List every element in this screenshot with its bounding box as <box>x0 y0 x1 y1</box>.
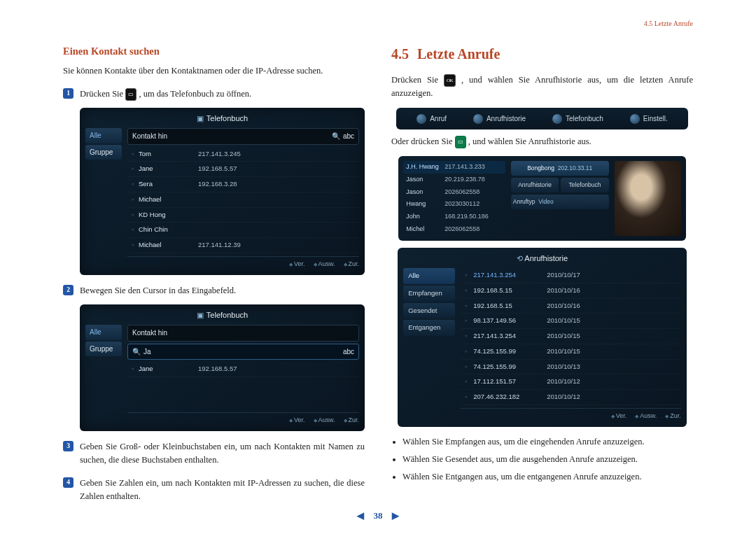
telefonbuch-screenshot-1: ▣Telefonbuch Alle Gruppe Kontakt hin 🔍ab… <box>80 108 365 275</box>
call-row[interactable]: Jason2026062558 <box>403 186 505 199</box>
right-heading: 4.5Letzte Anrufe <box>391 43 693 65</box>
hist-row[interactable]: ▫17.112.151.572010/10/12 <box>461 374 681 390</box>
prev-page-arrow-icon[interactable]: ◀ <box>357 510 364 521</box>
hist-tab-gesendet[interactable]: Gesendet <box>403 303 455 319</box>
hist-tab-alle[interactable]: Alle <box>403 268 455 284</box>
footer-ausw: Ausw. <box>314 260 335 269</box>
step-number-2: 2 <box>63 285 74 295</box>
step-number-1: 1 <box>63 88 74 99</box>
next-page-arrow-icon[interactable]: ▶ <box>392 510 399 521</box>
step-4-text: Geben Sie Zahlen ein, um nach Kontakten … <box>80 477 365 504</box>
panel-btn-hist[interactable]: Anrufhistorie <box>511 178 559 192</box>
panel-btn-tel[interactable]: Telefonbuch <box>561 178 609 192</box>
call-header-row[interactable]: J.H. Hwang217.141.3.233 <box>403 161 505 174</box>
s1-search-text: Kontakt hin <box>132 132 167 140</box>
s2-search-mode: abc <box>343 346 354 358</box>
hist-row[interactable]: ▫192.168.5.152010/10/16 <box>461 299 681 314</box>
hist-tab-entgangen[interactable]: Entgangen <box>403 320 455 336</box>
s1-search-mode: abc <box>343 132 354 140</box>
search-input-1[interactable]: Kontakt hin 🔍abc <box>127 128 359 145</box>
step-2: 2 Bewegen Sie den Cursor in das Eingabef… <box>63 284 365 297</box>
list-item[interactable]: ▫Tom217.141.3.245 <box>127 147 359 162</box>
step-1: 1 Drücken Sie ▭ , um das Telefonbuch zu … <box>63 87 365 101</box>
call-row[interactable]: Michel2026062558 <box>403 223 505 236</box>
search-input-2-label: Kontakt hin <box>127 325 359 342</box>
page-navigation: ◀ 38 ▶ <box>0 510 756 521</box>
anrufhistorie-screenshot: ⟲ Anrufhistorie Alle Empfangen Gesendet … <box>398 248 687 426</box>
list-item[interactable]: ▫Michael <box>127 192 359 208</box>
tab-gruppe[interactable]: Gruppe <box>85 145 122 160</box>
panel-anruftyp: Anruftyp Video <box>511 195 609 209</box>
step-number-4: 4 <box>63 477 74 488</box>
list-item[interactable]: ▫Jane192.168.5.57 <box>127 362 359 377</box>
step-2-text: Bewegen Sie den Cursor in das Eingabefel… <box>80 284 365 297</box>
s2-query: Ja <box>144 348 151 356</box>
menu-telefonbuch[interactable]: Telefonbuch <box>552 113 603 125</box>
bullet-item: Wählen Sie Gesendet aus, um die ausgehen… <box>402 453 693 466</box>
step-number-3: 3 <box>63 441 74 451</box>
right-column: 4.5Letzte Anrufe Drücken Sie OK , und wä… <box>391 43 693 503</box>
green-key-icon: ▭ <box>455 136 466 148</box>
list-item[interactable]: ▫KD Hong <box>127 208 359 223</box>
step-3-text: Geben Sie Groß- oder Kleinbuchstaben ein… <box>80 440 365 468</box>
header-breadcrumb: 4.5 Letzte Anrufe <box>644 20 693 27</box>
p2-a: Oder drücken Sie <box>391 136 455 146</box>
s2-title: Telefonbuch <box>206 311 248 319</box>
hist-row[interactable]: ▫74.125.155.992010/10/15 <box>461 344 681 360</box>
s1-title: Telefonbuch <box>206 114 248 122</box>
hist-row[interactable]: ▫74.125.155.992010/10/13 <box>461 360 681 375</box>
left-intro: Sie können Kontakte über den Kontaktname… <box>63 64 365 78</box>
step-3: 3 Geben Sie Groß- oder Kleinbuchstaben e… <box>63 440 365 468</box>
menu-anrufhistorie[interactable]: Anrufhistorie <box>473 113 526 125</box>
top-menubar-screenshot: Anruf Anrufhistorie Telefonbuch Einstell… <box>396 108 688 130</box>
heading-number: 4.5 <box>391 46 409 62</box>
step-1-text-b: , um das Telefonbuch zu öffnen. <box>139 89 251 99</box>
list-item[interactable]: ▫Jane192.168.5.57 <box>127 162 359 177</box>
call-row[interactable]: John168.219.50.186 <box>403 211 505 223</box>
heading-text: Letzte Anrufe <box>417 46 500 62</box>
page-number: 38 <box>374 510 383 521</box>
step-4: 4 Geben Sie Zahlen ein, um nach Kontakte… <box>63 477 365 504</box>
panel-header: Bongbong 202.10.33.11 <box>511 161 609 176</box>
footer-ver: Ver. <box>289 260 304 269</box>
step-1-text-a: Drücken Sie <box>80 89 125 99</box>
hist-row[interactable]: ▫217.141.3.2542010/10/15 <box>461 329 681 344</box>
hist-row[interactable]: ▫217.141.3.2542010/10/17 <box>461 268 681 283</box>
caller-photo <box>615 161 681 237</box>
search-input-2[interactable]: 🔍Ja abc <box>127 344 359 360</box>
menu-einstell[interactable]: Einstell. <box>630 113 668 125</box>
footer-zur: Zur. <box>344 260 359 269</box>
call-row[interactable]: Hwang2023030112 <box>403 198 505 211</box>
telefonbuch-screenshot-2: ▣Telefonbuch Alle Gruppe Kontakt hin 🔍Ja… <box>80 304 365 431</box>
bullet-item: Wählen Sie Empfangen aus, um die eingehe… <box>402 435 693 449</box>
list-item[interactable]: ▫Chin Chin <box>127 223 359 238</box>
call-row[interactable]: Jason20.219.238.78 <box>403 174 505 186</box>
bullet-list: Wählen Sie Empfangen aus, um die eingehe… <box>391 435 693 484</box>
hist-row[interactable]: ▫192.168.5.152010/10/16 <box>461 283 681 299</box>
hist-row[interactable]: ▫98.137.149.562010/10/15 <box>461 314 681 329</box>
bullet-item: Wählen Sie Entgangen aus, um die entgang… <box>402 470 693 484</box>
list-item[interactable]: ▫Sera192.168.3.28 <box>127 177 359 192</box>
ok-key-icon: OK <box>444 74 456 87</box>
hist-row[interactable]: ▫207.46.232.1822010/10/12 <box>461 390 681 405</box>
address-book-key-icon: ▭ <box>125 88 136 101</box>
tab-gruppe-2[interactable]: Gruppe <box>85 342 122 357</box>
p1-a: Drücken Sie <box>391 75 444 85</box>
call-ui-screenshot: J.H. Hwang217.141.3.233 Jason20.219.238.… <box>398 156 686 241</box>
left-column: Einen Kontakt suchen Sie können Kontakte… <box>63 43 365 503</box>
tab-alle[interactable]: Alle <box>85 128 122 143</box>
tab-alle-2[interactable]: Alle <box>85 325 122 340</box>
menu-anruf[interactable]: Anruf <box>416 113 447 125</box>
list-item[interactable]: ▫Michael217.141.12.39 <box>127 238 359 253</box>
left-heading: Einen Kontakt suchen <box>63 43 365 59</box>
p2-b: , und wählen Sie Anrufhistorie aus. <box>468 136 592 146</box>
hist-tab-empfangen[interactable]: Empfangen <box>403 286 455 302</box>
